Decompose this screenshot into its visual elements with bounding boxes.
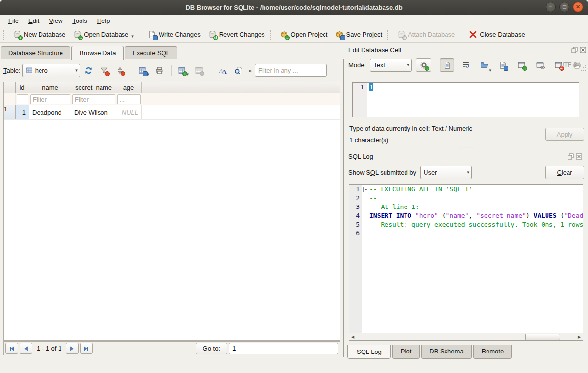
toolbar-drag-handle[interactable] <box>387 30 390 40</box>
edit-cell-toolbar: Mode: Text ▾ → ▾ → − <box>348 58 584 72</box>
column-header-id[interactable]: id <box>16 82 29 93</box>
tab-execute-sql[interactable]: Execute SQL <box>125 46 177 59</box>
cell-id[interactable]: 1 <box>16 105 29 119</box>
sql-source-select[interactable]: User ▾ <box>420 166 472 179</box>
table-select[interactable]: hero ▾ <box>22 64 80 77</box>
previous-record-button[interactable] <box>20 343 32 354</box>
encoding-status: UTF-8 <box>559 61 577 68</box>
auto-switch-mode-button[interactable]: → <box>416 58 431 72</box>
float-dock-icon[interactable] <box>568 153 574 160</box>
delete-record-icon: − <box>195 66 203 75</box>
scroll-left-icon[interactable]: ◀ <box>349 334 356 340</box>
filter-age-input[interactable] <box>117 94 141 104</box>
copy-link-button[interactable] <box>532 58 547 72</box>
write-changes-button[interactable]: Write Changes <box>144 28 204 41</box>
save-results-button[interactable]: ▾ <box>137 64 151 77</box>
refresh-button[interactable] <box>82 64 96 77</box>
close-dock-icon[interactable] <box>576 153 582 160</box>
table-icon <box>26 67 33 74</box>
write-changes-icon <box>148 30 156 39</box>
sql-log-hscrollbar[interactable]: ◀ ▶ <box>349 333 583 340</box>
open-database-button[interactable]: → Open Database ▾ <box>69 28 138 41</box>
tab-plot[interactable]: Plot <box>392 345 420 359</box>
tab-remote[interactable]: Remote <box>473 345 512 359</box>
filter-name-input[interactable] <box>30 94 70 104</box>
close-dock-icon[interactable] <box>580 47 586 53</box>
goto-input[interactable] <box>229 343 338 354</box>
sql-log-view[interactable]: 123456 -- EXECUTING ALL IN 'SQL 1'---- A… <box>349 184 583 341</box>
open-external-button[interactable]: → <box>514 58 528 72</box>
filter-id-input[interactable] <box>17 94 28 104</box>
sql-log-gutter: 123456 <box>349 185 362 333</box>
find-in-table-button[interactable] <box>232 64 245 77</box>
scroll-right-icon[interactable]: ▶ <box>576 334 583 340</box>
attach-database-icon: ∞ <box>397 30 406 39</box>
scrollbar-thumb[interactable] <box>525 334 560 340</box>
cell-editor-content[interactable]: 1 <box>369 83 373 91</box>
dock-splitter-handle[interactable]: ······ <box>346 145 588 149</box>
open-database-dropdown-icon[interactable]: ▾ <box>131 34 134 39</box>
goto-button[interactable]: Go to: <box>196 343 227 354</box>
filter-any-column-input[interactable] <box>255 64 327 77</box>
font-settings-button[interactable] <box>216 64 230 77</box>
column-header-name[interactable]: name <box>29 82 71 93</box>
import-data-button[interactable]: ▾ <box>477 58 491 72</box>
open-project-button[interactable]: → Open Project <box>276 28 332 41</box>
titlebar[interactable]: DB Browser for SQLite - /home/user/code/… <box>0 0 588 15</box>
text-mode-button[interactable] <box>440 58 454 72</box>
previous-record-icon <box>23 346 29 352</box>
open-project-icon: → <box>280 30 288 39</box>
menu-help[interactable]: Help <box>93 16 115 26</box>
sql-log-dock-titlebar: SQL Log <box>346 151 584 161</box>
close-icon[interactable]: ✕ <box>573 2 583 12</box>
mode-select[interactable]: Text ▾ <box>370 59 412 72</box>
cell-age[interactable]: NULL <box>116 105 142 119</box>
maximize-icon[interactable]: □ <box>559 2 569 12</box>
clear-sort-icon: − <box>116 66 124 75</box>
tab-database-structure[interactable]: Database Structure <box>1 46 70 59</box>
close-database-button[interactable]: Close Database <box>465 28 529 41</box>
print-icon <box>155 66 163 75</box>
revert-changes-button[interactable]: ↺ Revert Changes <box>204 28 269 41</box>
table-toolbar: Table: hero ▾ − − ▾ +▾ − <box>3 62 341 79</box>
save-project-button[interactable]: Save Project <box>331 28 386 41</box>
next-record-button[interactable] <box>66 343 79 354</box>
apply-button[interactable]: Apply <box>545 128 584 141</box>
filter-secret-name-input[interactable] <box>72 94 115 104</box>
new-database-button[interactable]: + New Database <box>9 28 69 41</box>
data-grid: id name secret_name age 1 <box>3 82 340 341</box>
cell-name[interactable]: Deadpond <box>29 105 71 119</box>
font-icon <box>219 66 227 75</box>
tab-browse-data[interactable]: Browse Data <box>71 46 124 60</box>
row-header[interactable]: 1 <box>4 105 16 119</box>
clear-sort-button[interactable]: − <box>113 64 127 77</box>
table-row: 1 1 Deadpond Dive Wilson NULL <box>4 105 340 120</box>
menu-edit[interactable]: Edit <box>24 16 43 26</box>
cell-editor[interactable]: 1 1 <box>352 82 579 117</box>
last-record-button[interactable] <box>80 343 93 354</box>
menu-tools[interactable]: Tools <box>68 16 91 26</box>
toolbar-overflow-button[interactable]: » <box>247 67 253 74</box>
first-record-button[interactable] <box>5 343 18 354</box>
column-header-secret-name[interactable]: secret_name <box>71 82 116 93</box>
toolbar-drag-handle[interactable] <box>270 30 273 40</box>
insert-record-button[interactable]: +▾ <box>177 64 190 77</box>
column-header-age[interactable]: age <box>116 82 142 93</box>
resize-grip[interactable] <box>581 65 587 71</box>
sql-log-lines: -- EXECUTING ALL IN 'SQL 1'---- At line … <box>362 185 583 333</box>
tab-sql-log[interactable]: SQL Log <box>347 345 391 359</box>
cell-secret-name[interactable]: Dive Wilson <box>71 105 116 119</box>
float-dock-icon[interactable] <box>571 47 578 53</box>
menu-view[interactable]: View <box>44 16 67 26</box>
export-data-button[interactable] <box>495 58 510 72</box>
link-icon <box>536 61 544 69</box>
menu-file[interactable]: File <box>4 16 23 26</box>
tab-db-schema[interactable]: DB Schema <box>421 345 471 359</box>
clear-log-button[interactable]: Clear <box>545 166 584 179</box>
toolbar-drag-handle[interactable] <box>3 30 6 40</box>
word-wrap-button[interactable] <box>458 58 473 72</box>
mode-label: Mode: <box>348 62 366 69</box>
print-button[interactable] <box>153 64 166 77</box>
minimize-icon[interactable]: − <box>546 2 556 12</box>
clear-filters-button[interactable]: − <box>98 64 111 77</box>
